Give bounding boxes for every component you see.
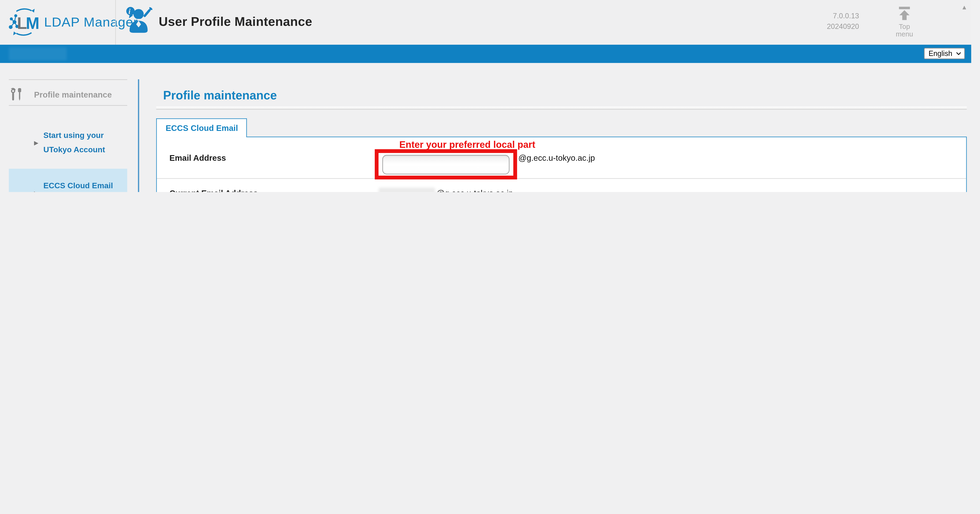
svg-text:i: i (128, 8, 130, 16)
top-menu-label: Top menu (889, 22, 920, 38)
top-menu-button[interactable]: Top menu (889, 5, 920, 38)
email-local-part-input[interactable] (382, 155, 509, 174)
current-email-label: Current Email Address (170, 189, 258, 192)
version-number: 7.0.0.13 (827, 11, 859, 22)
app-header: L M LDAP Manager (0, 0, 971, 44)
triangle-bullet-icon: ▶ (34, 140, 38, 146)
sidebar-item-start-using-utokyo-account[interactable]: ▶ Start using your UTokyo Account (9, 128, 127, 157)
annotation-box-email-input (375, 149, 517, 179)
logo-product-name: LDAP Manager (44, 14, 138, 30)
annotation-enter-local-part: Enter your preferred local part (399, 139, 535, 150)
current-email-row: Current Email Address @g.ecc.u-tokyo.ac.… (157, 179, 966, 192)
sidebar-divider (9, 79, 127, 80)
title-divider (156, 106, 967, 109)
header-divider (115, 0, 116, 44)
content-title: Profile maintenance (163, 89, 967, 103)
sidebar-divider (9, 105, 127, 106)
sidebar-item-label: Start using your UTokyo Account (43, 128, 124, 157)
ldap-manager-logo-icon: L M (8, 6, 40, 38)
sidebar-item-label: ECCS Cloud Email (mail address) (43, 178, 124, 192)
triangle-bullet-icon: ▶ (34, 190, 38, 192)
ldap-manager-logo[interactable]: L M LDAP Manager (8, 6, 138, 38)
email-address-label: Email Address (170, 153, 226, 162)
version-info: 7.0.0.13 20240920 (827, 11, 859, 32)
redacted-username (9, 47, 67, 60)
user-profile-icon: i (126, 6, 153, 36)
main-content: Profile maintenance ECCS Cloud Email Ent… (156, 63, 967, 192)
scroll-top-icon[interactable]: ▲ (961, 4, 967, 11)
sidebar-section-label: Profile maintenance (34, 90, 112, 99)
language-select[interactable]: English (924, 48, 965, 59)
top-menu-icon (896, 5, 913, 21)
redacted-current-local-part (379, 187, 435, 192)
svg-text:M: M (26, 14, 40, 32)
email-address-row: Email Address @g.ecc.u-tokyo.ac.jp (157, 137, 966, 179)
page-title: User Profile Maintenance (159, 14, 312, 29)
svg-text:L: L (17, 14, 27, 32)
tools-icon (9, 87, 24, 102)
sidebar-section-title: Profile maintenance (9, 87, 112, 102)
sidebar-vertical-divider (138, 79, 139, 192)
sidebar: Profile maintenance ▶ Start using your U… (0, 63, 138, 192)
sidebar-item-eccs-cloud-email[interactable]: ▶ ECCS Cloud Email (mail address) (9, 169, 127, 192)
email-domain-suffix: @g.ecc.u-tokyo.ac.jp (519, 153, 595, 162)
chevron-down-icon (956, 50, 962, 57)
main-navbar: English (0, 44, 971, 63)
eccs-cloud-email-panel: Enter your preferred local part Email Ad… (156, 136, 967, 192)
tab-label: ECCS Cloud Email (165, 124, 238, 133)
current-email-domain: @g.ecc.u-tokyo.ac.jp (436, 189, 513, 192)
tab-eccs-cloud-email[interactable]: ECCS Cloud Email (156, 119, 247, 137)
language-select-value: English (929, 50, 952, 57)
build-date: 20240920 (827, 21, 859, 32)
ldap-manager-page: L M LDAP Manager (0, 0, 980, 192)
